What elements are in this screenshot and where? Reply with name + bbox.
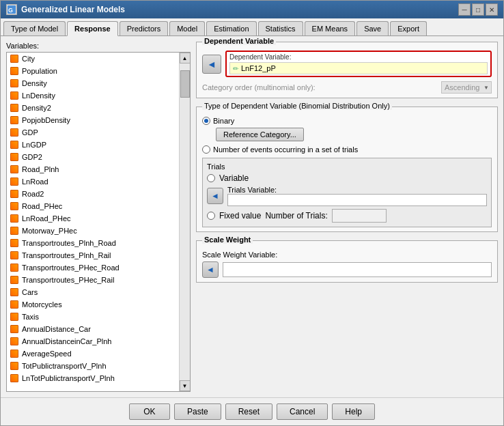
variables-list[interactable]: City Population Density LnDensity: [7, 53, 179, 391]
list-item[interactable]: GDP2: [7, 151, 179, 163]
var-name: AnnualDistanceinCar_Plnh: [22, 337, 111, 345]
pencil-icon: ✏: [233, 65, 238, 72]
num-events-label: Number of events occurring in a set of t…: [213, 145, 358, 154]
dep-var-label: Dependent Variable:: [229, 53, 488, 61]
left-panel: Variables: City Population Density: [6, 42, 191, 392]
list-item[interactable]: Density2: [7, 102, 179, 114]
var-icon: [10, 128, 19, 137]
window-title: Generalized Linear Models: [21, 5, 125, 14]
app-icon: G: [6, 4, 17, 15]
num-trials-input[interactable]: [332, 209, 387, 223]
tab-type-of-model[interactable]: Type of Model: [3, 21, 66, 36]
variables-list-container[interactable]: City Population Density LnDensity: [6, 52, 191, 392]
list-item[interactable]: LnRoad_PHec: [7, 212, 179, 225]
tab-predictors[interactable]: Predictors: [120, 21, 169, 36]
list-item[interactable]: PopjobDensity: [7, 114, 179, 126]
list-item[interactable]: AnnualDistanceinCar_Plnh: [7, 335, 179, 347]
var-icon: [10, 300, 19, 309]
trials-var-label: Trials Variable:: [227, 186, 487, 194]
list-item[interactable]: Transportroutes_PHec_Rail: [7, 274, 179, 286]
paste-button[interactable]: Paste: [174, 403, 221, 420]
list-item[interactable]: Transportroutes_PHec_Road: [7, 261, 179, 274]
dep-var-input-display[interactable]: ✏ LnF12_pP: [229, 62, 488, 74]
var-name: Transportroutes_Plnh_Rail: [22, 251, 111, 259]
var-name: Transportroutes_PHec_Rail: [22, 276, 114, 284]
binary-radio-row: Binary: [202, 117, 492, 125]
help-button[interactable]: Help: [332, 403, 375, 420]
minimize-button[interactable]: ─: [458, 3, 471, 16]
trials-var-arrow-button[interactable]: ◄: [207, 188, 223, 204]
tab-estimation[interactable]: Estimation: [206, 21, 256, 36]
list-item[interactable]: Taxis: [7, 311, 179, 323]
cancel-button[interactable]: Cancel: [277, 403, 328, 420]
var-icon: [10, 263, 19, 272]
trials-var-input[interactable]: [227, 194, 487, 206]
var-name: LnRoad: [22, 178, 48, 186]
maximize-button[interactable]: □: [472, 3, 484, 16]
binary-radio[interactable]: [202, 117, 210, 125]
list-item[interactable]: LnTotPublictransportV_Plnh: [7, 372, 179, 384]
list-item[interactable]: Cars: [7, 286, 179, 298]
var-name: Density2: [22, 104, 51, 112]
tab-export[interactable]: Export: [390, 21, 427, 36]
bottom-button-bar: OK Paste Reset Cancel Help: [1, 397, 503, 425]
fixed-value-radio[interactable]: [207, 212, 215, 220]
var-name: LnTotPublictransportV_Plnh: [22, 374, 115, 382]
list-item[interactable]: LnGDP: [7, 139, 179, 151]
variable-label: Variable: [219, 173, 249, 183]
svg-text:G: G: [8, 7, 13, 14]
list-item[interactable]: TotPublictransportV_Plnh: [7, 360, 179, 372]
var-name: LnRoad_PHec: [22, 214, 71, 223]
tab-save[interactable]: Save: [356, 21, 389, 36]
var-icon: [10, 165, 19, 174]
list-item[interactable]: Transportroutes_Plnh_Road: [7, 237, 179, 249]
list-item[interactable]: Density: [7, 77, 179, 89]
scroll-thumb[interactable]: [180, 70, 190, 98]
list-item[interactable]: Road2: [7, 188, 179, 200]
list-item[interactable]: LnRoad: [7, 175, 179, 188]
reference-category-button[interactable]: Reference Category...: [216, 128, 304, 141]
scale-weight-var-label: Scale Weight Variable:: [202, 251, 492, 259]
var-icon: [10, 349, 19, 358]
list-item[interactable]: Motorway_PHec: [7, 225, 179, 237]
close-button[interactable]: ✕: [486, 3, 498, 16]
tab-em-means[interactable]: EM Means: [305, 21, 356, 36]
var-name: Taxis: [22, 313, 39, 321]
reset-button[interactable]: Reset: [225, 403, 272, 420]
var-name: LnDensity: [22, 91, 55, 100]
dep-var-value: LnF12_pP: [241, 64, 276, 72]
tab-bar: Type of Model Response Predictors Model …: [1, 18, 503, 36]
list-item[interactable]: AnnualDistance_Car: [7, 323, 179, 335]
tab-model[interactable]: Model: [169, 21, 205, 36]
list-item[interactable]: Population: [7, 65, 179, 77]
list-item[interactable]: City: [7, 53, 179, 65]
list-item[interactable]: LnDensity: [7, 89, 179, 102]
content-area: Variables: City Population Density: [1, 36, 503, 397]
scroll-track[interactable]: [180, 63, 191, 380]
scale-weight-arrow-button[interactable]: ◄: [202, 261, 219, 278]
tab-response[interactable]: Response: [67, 21, 118, 36]
list-item[interactable]: Transportroutes_Plnh_Rail: [7, 249, 179, 261]
ok-button[interactable]: OK: [129, 403, 170, 420]
scale-weight-var-input[interactable]: [223, 262, 492, 277]
num-trials-label: Number of Trials:: [265, 211, 327, 221]
dep-var-input-area: Dependent Variable: ✏ LnF12_pP: [225, 51, 492, 77]
var-name: Transportroutes_Plnh_Road: [22, 239, 116, 247]
var-icon: [10, 238, 19, 248]
category-order-select[interactable]: Ascending: [441, 81, 492, 94]
variables-scrollbar[interactable]: ▲ ▼: [179, 53, 190, 391]
trials-variable-radio[interactable]: [207, 174, 215, 182]
scroll-down-button[interactable]: ▼: [180, 380, 191, 391]
var-icon: [10, 287, 19, 297]
list-item[interactable]: Road_PHec: [7, 200, 179, 212]
list-item[interactable]: Road_Plnh: [7, 163, 179, 175]
trials-var-input-row: ◄ Trials Variable:: [207, 186, 487, 206]
dep-var-arrow-button[interactable]: ◄: [202, 55, 221, 74]
scroll-up-button[interactable]: ▲: [180, 53, 191, 63]
list-item[interactable]: GDP: [7, 126, 179, 139]
list-item[interactable]: AverageSpeed: [7, 347, 179, 360]
list-item[interactable]: Motorcycles: [7, 298, 179, 311]
var-name: Road_Plnh: [22, 165, 59, 173]
num-events-radio[interactable]: [202, 145, 210, 154]
tab-statistics[interactable]: Statistics: [258, 21, 303, 36]
